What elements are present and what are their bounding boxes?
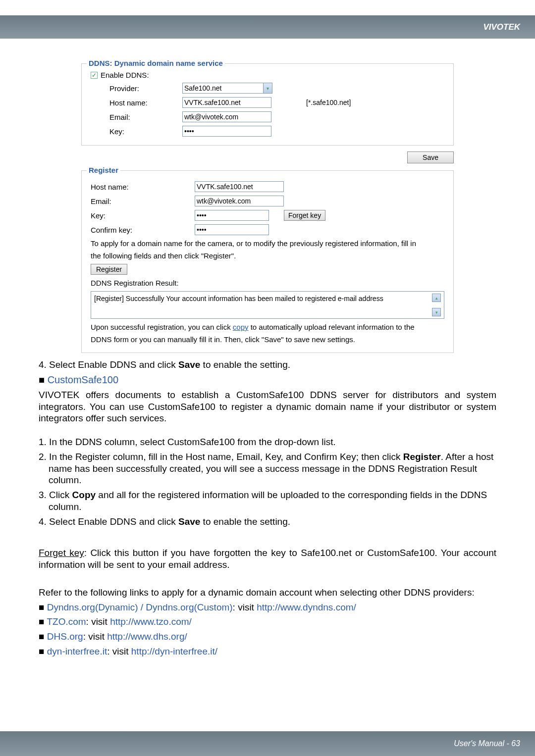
result-label: DDNS Registration Result: [91, 279, 444, 287]
scroll-down-icon[interactable]: ▾ [432, 308, 441, 316]
step4-text: 4. Select Enable DDNS and click Save to … [39, 359, 496, 371]
registration-result: [Register] Successfully Your account inf… [91, 291, 444, 319]
result-text: [Register] Successfully Your account inf… [94, 294, 432, 316]
register-fieldset: Register Host name: Email: Key: Forget k… [81, 170, 454, 353]
dyndns-url[interactable]: http://www.dyndns.com/ [257, 602, 356, 612]
reg-host-label: Host name: [91, 183, 195, 191]
reg-key-label: Key: [91, 211, 195, 220]
link-tzo: TZO.com: visit http://www.tzo.com/ [39, 616, 496, 628]
host-hint: [*.safe100.net] [306, 99, 351, 106]
provider-value: Safe100.net [183, 84, 263, 92]
post-text1: Upon successful registration, you can cl… [91, 323, 444, 331]
page-header: VIVOTEK [0, 15, 535, 39]
reg-host-input[interactable] [195, 181, 284, 192]
footer-text: User's Manual - 63 [454, 739, 520, 748]
link-dyndns: Dyndns.org(Dynamic) / Dyndns.org(Custom)… [39, 602, 496, 613]
chevron-down-icon[interactable]: ▾ [263, 83, 272, 93]
register-help2: the following fields and then click "Reg… [91, 252, 444, 260]
ddns-title: DDNS: Dynamic domain name service [87, 59, 225, 67]
link-interfree: dyn-interfree.it: visit http://dyn-inter… [39, 646, 496, 657]
forget-key-para: Forget key: Click this button if you hav… [39, 547, 496, 571]
page-footer: User's Manual - 63 [0, 731, 535, 756]
reg-email-input[interactable] [195, 196, 284, 206]
reg-email-label: Email: [91, 197, 195, 205]
save-button[interactable]: Save [407, 151, 454, 163]
email-label: Email: [91, 113, 182, 121]
enable-ddns-label: Enable DDNS: [101, 71, 149, 79]
interfree-url[interactable]: http://dyn-interfree.it/ [131, 646, 217, 656]
register-help1: To apply for a domain name for the camer… [91, 239, 444, 248]
reg-confirm-label: Confirm key: [91, 226, 195, 234]
customsafe-title: CustomSafe100 [39, 374, 496, 386]
cs-step3: 3. Click Copy and all for the registered… [39, 489, 496, 513]
register-title: Register [87, 166, 120, 174]
key-input[interactable] [182, 126, 271, 137]
reg-confirm-input[interactable] [195, 224, 269, 235]
cs-step4: 4. Select Enable DDNS and click Save to … [39, 516, 496, 528]
scrollbar[interactable]: ▴ ▾ [432, 294, 441, 316]
email-input[interactable] [182, 111, 271, 122]
provider-select[interactable]: Safe100.net ▾ [182, 83, 272, 94]
host-input[interactable] [182, 97, 271, 108]
dhs-url[interactable]: http://www.dhs.org/ [107, 631, 187, 642]
brand: VIVOTEK [483, 22, 520, 32]
copy-link[interactable]: copy [233, 323, 249, 331]
cs-step2: 2. In the Register column, fill in the H… [39, 451, 496, 486]
key-label: Key: [91, 127, 182, 136]
customsafe-para: VIVOTEK offers documents to establish a … [39, 389, 496, 424]
scroll-up-icon[interactable]: ▴ [432, 294, 441, 302]
post-text2: DDNS form or you can manually fill it in… [91, 335, 444, 344]
cs-step1: 1. In the DDNS column, select CustomSafe… [39, 436, 496, 448]
host-label: Host name: [91, 99, 182, 107]
ddns-fieldset: DDNS: Dynamic domain name service ✓ Enab… [81, 63, 454, 146]
tzo-url[interactable]: http://www.tzo.com/ [110, 616, 192, 627]
forget-key-button[interactable]: Forget key [284, 210, 325, 221]
register-button[interactable]: Register [91, 264, 127, 275]
provider-label: Provider: [91, 84, 182, 93]
reg-key-input[interactable] [195, 210, 269, 221]
link-dhs: DHS.org: visit http://www.dhs.org/ [39, 631, 496, 643]
enable-ddns-checkbox[interactable]: ✓ [91, 72, 98, 79]
links-intro: Refer to the following links to apply fo… [39, 587, 496, 599]
